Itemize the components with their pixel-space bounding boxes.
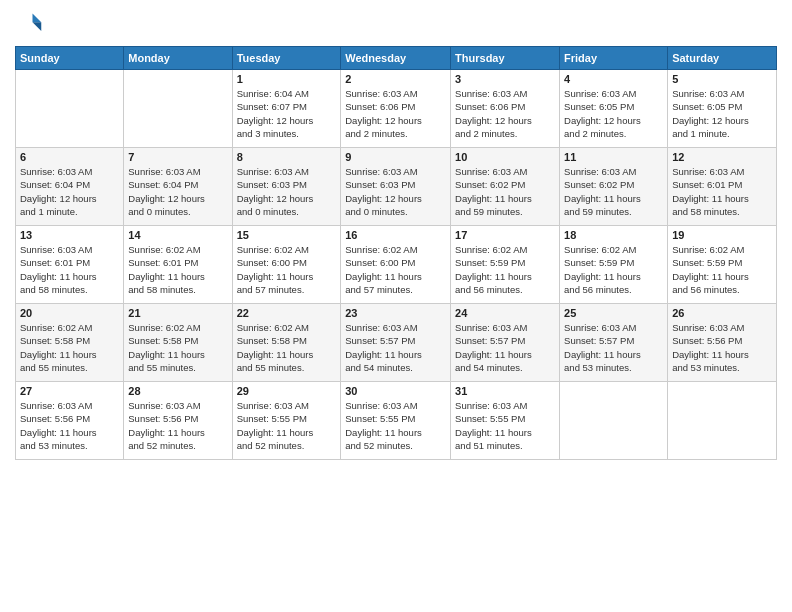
calendar-cell: 27Sunrise: 6:03 AM Sunset: 5:56 PM Dayli… — [16, 382, 124, 460]
calendar-cell: 18Sunrise: 6:02 AM Sunset: 5:59 PM Dayli… — [560, 226, 668, 304]
calendar-cell: 12Sunrise: 6:03 AM Sunset: 6:01 PM Dayli… — [668, 148, 777, 226]
day-number: 27 — [20, 385, 119, 397]
calendar-cell: 10Sunrise: 6:03 AM Sunset: 6:02 PM Dayli… — [451, 148, 560, 226]
day-info: Sunrise: 6:02 AM Sunset: 5:58 PM Dayligh… — [20, 321, 119, 374]
day-number: 10 — [455, 151, 555, 163]
calendar-cell: 4Sunrise: 6:03 AM Sunset: 6:05 PM Daylig… — [560, 70, 668, 148]
calendar-cell: 26Sunrise: 6:03 AM Sunset: 5:56 PM Dayli… — [668, 304, 777, 382]
day-info: Sunrise: 6:03 AM Sunset: 5:55 PM Dayligh… — [455, 399, 555, 452]
day-info: Sunrise: 6:02 AM Sunset: 5:58 PM Dayligh… — [128, 321, 227, 374]
calendar-cell: 16Sunrise: 6:02 AM Sunset: 6:00 PM Dayli… — [341, 226, 451, 304]
calendar-cell: 11Sunrise: 6:03 AM Sunset: 6:02 PM Dayli… — [560, 148, 668, 226]
weekday-friday: Friday — [560, 47, 668, 70]
calendar-cell: 23Sunrise: 6:03 AM Sunset: 5:57 PM Dayli… — [341, 304, 451, 382]
day-info: Sunrise: 6:03 AM Sunset: 5:56 PM Dayligh… — [672, 321, 772, 374]
calendar-cell: 30Sunrise: 6:03 AM Sunset: 5:55 PM Dayli… — [341, 382, 451, 460]
day-number: 8 — [237, 151, 337, 163]
day-number: 18 — [564, 229, 663, 241]
calendar-cell: 2Sunrise: 6:03 AM Sunset: 6:06 PM Daylig… — [341, 70, 451, 148]
day-info: Sunrise: 6:02 AM Sunset: 5:59 PM Dayligh… — [564, 243, 663, 296]
weekday-sunday: Sunday — [16, 47, 124, 70]
weekday-monday: Monday — [124, 47, 232, 70]
day-number: 4 — [564, 73, 663, 85]
day-number: 16 — [345, 229, 446, 241]
week-row-3: 20Sunrise: 6:02 AM Sunset: 5:58 PM Dayli… — [16, 304, 777, 382]
calendar-cell — [560, 382, 668, 460]
day-info: Sunrise: 6:03 AM Sunset: 6:02 PM Dayligh… — [455, 165, 555, 218]
day-info: Sunrise: 6:03 AM Sunset: 5:55 PM Dayligh… — [345, 399, 446, 452]
day-number: 19 — [672, 229, 772, 241]
weekday-thursday: Thursday — [451, 47, 560, 70]
day-info: Sunrise: 6:03 AM Sunset: 5:55 PM Dayligh… — [237, 399, 337, 452]
day-number: 12 — [672, 151, 772, 163]
day-info: Sunrise: 6:03 AM Sunset: 6:01 PM Dayligh… — [20, 243, 119, 296]
day-number: 17 — [455, 229, 555, 241]
calendar-cell: 6Sunrise: 6:03 AM Sunset: 6:04 PM Daylig… — [16, 148, 124, 226]
day-number: 9 — [345, 151, 446, 163]
day-number: 14 — [128, 229, 227, 241]
week-row-1: 6Sunrise: 6:03 AM Sunset: 6:04 PM Daylig… — [16, 148, 777, 226]
week-row-4: 27Sunrise: 6:03 AM Sunset: 5:56 PM Dayli… — [16, 382, 777, 460]
day-number: 24 — [455, 307, 555, 319]
day-number: 6 — [20, 151, 119, 163]
day-info: Sunrise: 6:03 AM Sunset: 6:02 PM Dayligh… — [564, 165, 663, 218]
calendar-header: SundayMondayTuesdayWednesdayThursdayFrid… — [16, 47, 777, 70]
calendar-cell: 29Sunrise: 6:03 AM Sunset: 5:55 PM Dayli… — [232, 382, 341, 460]
day-number: 26 — [672, 307, 772, 319]
day-number: 20 — [20, 307, 119, 319]
calendar-cell: 1Sunrise: 6:04 AM Sunset: 6:07 PM Daylig… — [232, 70, 341, 148]
calendar: SundayMondayTuesdayWednesdayThursdayFrid… — [15, 46, 777, 460]
calendar-cell: 14Sunrise: 6:02 AM Sunset: 6:01 PM Dayli… — [124, 226, 232, 304]
day-info: Sunrise: 6:03 AM Sunset: 6:01 PM Dayligh… — [672, 165, 772, 218]
day-number: 21 — [128, 307, 227, 319]
day-info: Sunrise: 6:02 AM Sunset: 5:59 PM Dayligh… — [672, 243, 772, 296]
day-info: Sunrise: 6:02 AM Sunset: 6:01 PM Dayligh… — [128, 243, 227, 296]
day-info: Sunrise: 6:03 AM Sunset: 6:05 PM Dayligh… — [564, 87, 663, 140]
day-info: Sunrise: 6:03 AM Sunset: 5:57 PM Dayligh… — [345, 321, 446, 374]
calendar-cell: 21Sunrise: 6:02 AM Sunset: 5:58 PM Dayli… — [124, 304, 232, 382]
calendar-cell: 28Sunrise: 6:03 AM Sunset: 5:56 PM Dayli… — [124, 382, 232, 460]
day-number: 28 — [128, 385, 227, 397]
day-number: 7 — [128, 151, 227, 163]
weekday-saturday: Saturday — [668, 47, 777, 70]
logo — [15, 10, 47, 38]
calendar-cell: 25Sunrise: 6:03 AM Sunset: 5:57 PM Dayli… — [560, 304, 668, 382]
day-number: 5 — [672, 73, 772, 85]
day-info: Sunrise: 6:03 AM Sunset: 6:04 PM Dayligh… — [128, 165, 227, 218]
weekday-wednesday: Wednesday — [341, 47, 451, 70]
day-number: 30 — [345, 385, 446, 397]
day-number: 22 — [237, 307, 337, 319]
day-info: Sunrise: 6:03 AM Sunset: 6:06 PM Dayligh… — [455, 87, 555, 140]
weekday-tuesday: Tuesday — [232, 47, 341, 70]
week-row-0: 1Sunrise: 6:04 AM Sunset: 6:07 PM Daylig… — [16, 70, 777, 148]
calendar-cell — [16, 70, 124, 148]
page: SundayMondayTuesdayWednesdayThursdayFrid… — [0, 0, 792, 612]
day-number: 25 — [564, 307, 663, 319]
calendar-cell: 13Sunrise: 6:03 AM Sunset: 6:01 PM Dayli… — [16, 226, 124, 304]
day-number: 11 — [564, 151, 663, 163]
day-info: Sunrise: 6:03 AM Sunset: 5:57 PM Dayligh… — [564, 321, 663, 374]
calendar-body: 1Sunrise: 6:04 AM Sunset: 6:07 PM Daylig… — [16, 70, 777, 460]
calendar-cell: 8Sunrise: 6:03 AM Sunset: 6:03 PM Daylig… — [232, 148, 341, 226]
calendar-cell: 9Sunrise: 6:03 AM Sunset: 6:03 PM Daylig… — [341, 148, 451, 226]
day-info: Sunrise: 6:03 AM Sunset: 6:06 PM Dayligh… — [345, 87, 446, 140]
calendar-cell: 15Sunrise: 6:02 AM Sunset: 6:00 PM Dayli… — [232, 226, 341, 304]
calendar-cell: 7Sunrise: 6:03 AM Sunset: 6:04 PM Daylig… — [124, 148, 232, 226]
calendar-cell: 31Sunrise: 6:03 AM Sunset: 5:55 PM Dayli… — [451, 382, 560, 460]
svg-marker-0 — [33, 14, 42, 23]
calendar-cell: 3Sunrise: 6:03 AM Sunset: 6:06 PM Daylig… — [451, 70, 560, 148]
logo-icon — [15, 10, 43, 38]
day-info: Sunrise: 6:04 AM Sunset: 6:07 PM Dayligh… — [237, 87, 337, 140]
day-number: 31 — [455, 385, 555, 397]
calendar-cell: 20Sunrise: 6:02 AM Sunset: 5:58 PM Dayli… — [16, 304, 124, 382]
calendar-cell: 24Sunrise: 6:03 AM Sunset: 5:57 PM Dayli… — [451, 304, 560, 382]
day-info: Sunrise: 6:03 AM Sunset: 6:05 PM Dayligh… — [672, 87, 772, 140]
day-info: Sunrise: 6:03 AM Sunset: 6:04 PM Dayligh… — [20, 165, 119, 218]
calendar-cell — [668, 382, 777, 460]
week-row-2: 13Sunrise: 6:03 AM Sunset: 6:01 PM Dayli… — [16, 226, 777, 304]
weekday-row: SundayMondayTuesdayWednesdayThursdayFrid… — [16, 47, 777, 70]
day-info: Sunrise: 6:02 AM Sunset: 5:58 PM Dayligh… — [237, 321, 337, 374]
day-number: 15 — [237, 229, 337, 241]
day-info: Sunrise: 6:03 AM Sunset: 5:57 PM Dayligh… — [455, 321, 555, 374]
day-number: 2 — [345, 73, 446, 85]
